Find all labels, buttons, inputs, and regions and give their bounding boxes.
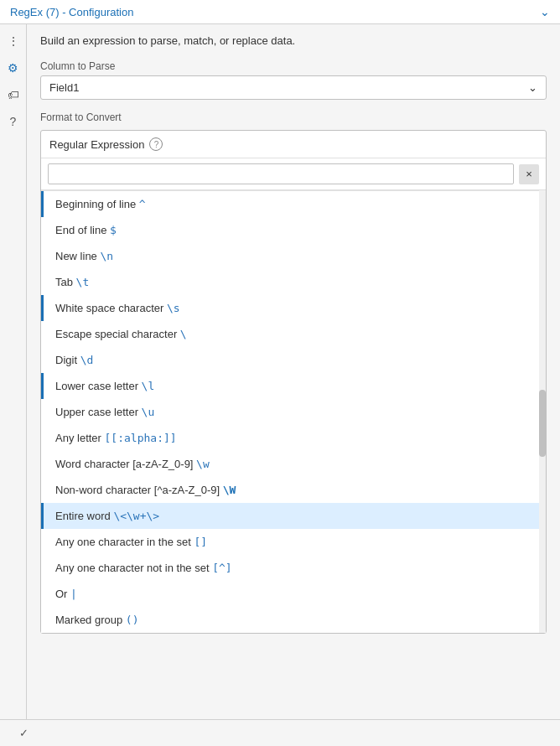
regex-header-label: Regular Expression (49, 138, 144, 151)
list-item-marked-group[interactable]: Marked group () (41, 607, 546, 633)
regex-help-icon[interactable]: ? (149, 137, 163, 151)
tag-icon[interactable]: 🏷 (3, 85, 23, 105)
list-item-new-line[interactable]: New line \n (41, 243, 546, 269)
list-item[interactable]: End of line $ (41, 217, 546, 243)
item-text: End of line $ (55, 224, 534, 236)
list-item[interactable]: Tab \t (41, 269, 546, 295)
list-item[interactable]: Upper case letter \u (41, 399, 546, 425)
list-item-entire-word[interactable]: Entire word \<\w+\> (41, 503, 546, 529)
regex-panel: Regular Expression ? × Beginning of line… (40, 130, 547, 634)
list-item[interactable]: Word character [a-zA-Z_0-9] \w (41, 451, 546, 477)
dropdown-list-container: Beginning of line ^ End of line $ New li… (41, 190, 546, 633)
title-bar-chevron-icon[interactable]: ⌄ (540, 5, 550, 18)
item-text: Non-word character [^a-zA-Z_0-9] \W (55, 484, 534, 496)
gear-icon[interactable]: ⚙ (3, 58, 23, 78)
column-to-parse-chevron-icon: ⌄ (528, 81, 537, 94)
item-text: Any letter [[:alpha:]] (55, 432, 534, 444)
item-text: Marked group () (55, 614, 534, 626)
list-item[interactable]: Any one character in the set [] (41, 529, 546, 555)
item-text: Or | (55, 588, 534, 600)
item-text: White space character \s (55, 302, 534, 314)
list-item[interactable]: White space character \s (41, 295, 546, 321)
description-text: Build an expression to parse, match, or … (40, 34, 547, 47)
regex-clear-button[interactable]: × (519, 164, 539, 184)
list-item[interactable]: Non-word character [^a-zA-Z_0-9] \W (41, 477, 546, 503)
item-text: Upper case letter \u (55, 406, 534, 418)
item-text: Word character [a-zA-Z_0-9] \w (55, 458, 534, 470)
title-bar-text: RegEx (7) - Configuration (10, 6, 133, 18)
item-text: Any one character not in the set [^] (55, 562, 534, 574)
regex-input[interactable] (48, 163, 514, 184)
column-to-parse-value: Field1 (49, 81, 79, 94)
item-text: Entire word \<\w+\> (55, 510, 534, 522)
list-item[interactable]: Digit \d (41, 347, 546, 373)
format-to-convert-label: Format to Convert (40, 111, 547, 123)
column-to-parse-dropdown[interactable]: Field1 ⌄ (40, 75, 547, 100)
bottom-bar: ✓ (0, 719, 560, 746)
column-to-parse-label: Column to Parse (40, 60, 547, 72)
item-text: Any one character in the set [] (55, 536, 534, 548)
content-area: Build an expression to parse, match, or … (27, 24, 560, 719)
item-text: Digit \d (55, 354, 534, 366)
item-text: New line \n (55, 250, 534, 262)
list-item[interactable]: Or | (41, 581, 546, 607)
app-container: RegEx (7) - Configuration ⌄ ⋮ ⚙ 🏷 ? Buil… (0, 0, 560, 746)
list-item[interactable]: Any one character not in the set [^] (41, 555, 546, 581)
regex-header: Regular Expression ? (41, 131, 546, 158)
regex-input-row: × (41, 158, 546, 190)
question-icon[interactable]: ? (3, 111, 23, 132)
item-text: Lower case letter \l (55, 380, 534, 392)
main-layout: ⋮ ⚙ 🏷 ? Build an expression to parse, ma… (0, 24, 560, 719)
dots-icon[interactable]: ⋮ (3, 31, 23, 51)
list-item[interactable]: Escape special character \ (41, 321, 546, 347)
scrollbar-track (539, 190, 546, 633)
title-bar: RegEx (7) - Configuration ⌄ (0, 0, 560, 24)
list-item[interactable]: Any letter [[:alpha:]] (41, 425, 546, 451)
left-sidebar: ⋮ ⚙ 🏷 ? (0, 24, 27, 719)
check-icon[interactable]: ✓ (13, 723, 34, 743)
item-text: Escape special character \ (55, 328, 534, 340)
list-item[interactable]: Beginning of line ^ (41, 191, 546, 217)
list-item[interactable]: Lower case letter \l (41, 373, 546, 399)
item-text: Tab \t (55, 276, 534, 288)
item-text: Beginning of line ^ (55, 198, 534, 210)
dropdown-list: Beginning of line ^ End of line $ New li… (41, 190, 546, 633)
scrollbar-thumb[interactable] (539, 390, 546, 457)
